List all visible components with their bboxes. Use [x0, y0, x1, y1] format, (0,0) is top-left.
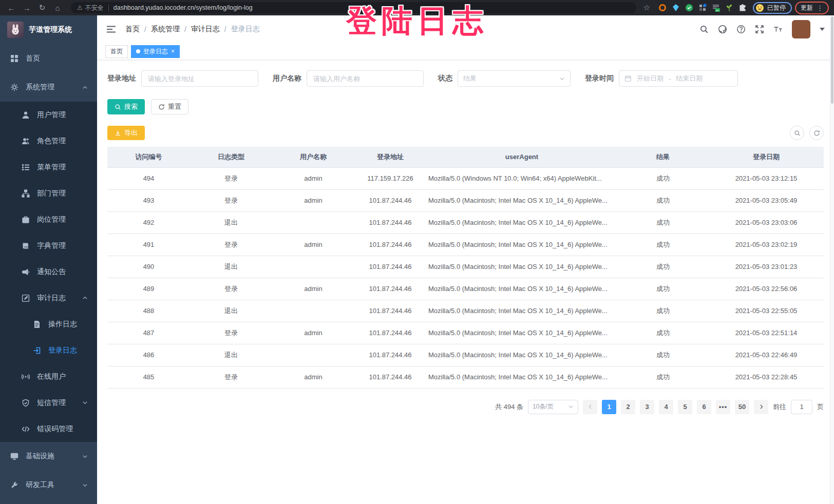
sidebar-item-label: 用户管理: [37, 110, 66, 120]
toggle-search-button[interactable]: [790, 126, 804, 140]
breadcrumb-item[interactable]: 首页: [125, 25, 140, 34]
browser-menu-icon[interactable]: ⋮: [817, 4, 823, 12]
page-button-4[interactable]: 4: [659, 400, 673, 414]
login-address-input[interactable]: [141, 70, 258, 87]
table-row[interactable]: 487登录admin101.87.244.46Mozilla/5.0 (Maci…: [107, 322, 824, 344]
table-row[interactable]: 488退出101.87.244.46Mozilla/5.0 (Macintosh…: [107, 300, 824, 322]
reset-button[interactable]: 重置: [151, 99, 188, 114]
ext-puzzle-icon[interactable]: [738, 4, 747, 12]
ext-green-icon[interactable]: [685, 4, 693, 12]
ext-list-on-icon[interactable]: on: [712, 4, 720, 12]
page-button-1[interactable]: 1: [602, 400, 616, 414]
help-icon[interactable]: [736, 25, 746, 34]
page-button-6[interactable]: 6: [697, 400, 711, 414]
github-icon[interactable]: [718, 25, 727, 34]
hamburger-icon[interactable]: [106, 25, 116, 33]
font-size-icon[interactable]: [773, 25, 783, 34]
browser-profile-chip[interactable]: 已暂停: [753, 2, 792, 14]
table-row[interactable]: 494登录admin117.159.17.226Mozilla/5.0 (Win…: [107, 167, 824, 189]
table-row[interactable]: 492退出101.87.244.46Mozilla/5.0 (Macintosh…: [107, 211, 824, 234]
sidebar-item-login-log[interactable]: 登录日志: [0, 337, 97, 363]
sidebar-item-online-user[interactable]: 在线用户: [0, 363, 97, 390]
breadcrumb-separator: /: [224, 25, 226, 33]
sidebar-item-menu-mgmt[interactable]: 菜单管理: [0, 154, 97, 180]
goto-page-input[interactable]: [791, 400, 812, 414]
page-button-50[interactable]: 50: [735, 400, 749, 414]
sidebar-item-home[interactable]: 首页: [0, 44, 97, 73]
sidebar-item-dict-mgmt[interactable]: 字典管理: [0, 232, 97, 259]
cell-agent: Mozilla/5.0 (Macintosh; Intel Mac OS X 1…: [426, 189, 617, 211]
user-avatar[interactable]: [792, 20, 810, 38]
caret-down-icon[interactable]: [820, 28, 825, 31]
ext-grid-icon[interactable]: [698, 4, 707, 12]
table-row[interactable]: 490退出101.87.244.46Mozilla/5.0 (Macintosh…: [107, 256, 824, 278]
status-select[interactable]: 结果: [458, 70, 571, 87]
login-address-label: 登录地址: [107, 74, 136, 83]
cell-ip: 101.87.244.46: [354, 300, 426, 322]
next-page-button[interactable]: [754, 400, 768, 414]
cell-id: 490: [107, 256, 190, 278]
export-button[interactable]: 导出: [107, 126, 145, 140]
tag-首页[interactable]: 首页: [105, 45, 128, 58]
page-button-5[interactable]: 5: [678, 400, 692, 414]
browser-forward-icon[interactable]: →: [21, 4, 33, 12]
table-body: 494登录admin117.159.17.226Mozilla/5.0 (Win…: [107, 167, 824, 388]
sidebar-item-dept-mgmt[interactable]: 部门管理: [0, 180, 97, 206]
refresh-table-button[interactable]: [809, 126, 824, 140]
sidebar-item-audit-log[interactable]: 审计日志: [0, 285, 97, 311]
sidebar-item-label: 在线用户: [37, 372, 66, 381]
sidebar-item-user-mgmt[interactable]: 用户管理: [0, 102, 97, 128]
cell-result: 成功: [617, 278, 709, 300]
ext-blue-icon[interactable]: [672, 4, 680, 12]
username-input[interactable]: [307, 70, 424, 87]
page-size-select[interactable]: 10条/页: [528, 400, 578, 414]
breadcrumb-item[interactable]: 审计日志: [191, 25, 220, 34]
table-row[interactable]: 489登录admin101.87.244.46Mozilla/5.0 (Maci…: [107, 278, 824, 300]
sidebar-item-sms-mgmt[interactable]: 短信管理: [0, 390, 97, 416]
cell-result: 成功: [617, 344, 709, 366]
table-row[interactable]: 485登录admin101.87.244.46Mozilla/5.0 (Maci…: [107, 366, 824, 388]
cell-type: 登录: [190, 189, 272, 211]
prev-page-button[interactable]: [583, 400, 597, 414]
sidebar-item-notice[interactable]: 通知公告: [0, 259, 97, 285]
login-time-range-picker[interactable]: 开始日期 - 结束日期: [619, 70, 738, 87]
app-title: 芋道管理系统: [29, 25, 72, 34]
page-button-3[interactable]: 3: [640, 400, 654, 414]
sidebar-item-errcode-mgmt[interactable]: 错误码管理: [0, 416, 97, 442]
fullscreen-icon[interactable]: [755, 25, 764, 34]
breadcrumb-item[interactable]: 系统管理: [151, 25, 180, 34]
page-scrollbar[interactable]: [830, 15, 834, 504]
ext-plant-icon[interactable]: [725, 4, 733, 12]
tag-close-icon[interactable]: ×: [171, 48, 175, 54]
cell-ip: 101.87.244.46: [354, 366, 426, 388]
search-button[interactable]: 搜索: [107, 99, 145, 114]
monitor-icon: [10, 452, 20, 460]
cell-ip: 117.159.17.226: [354, 167, 426, 189]
ext-orange-icon[interactable]: [658, 4, 667, 12]
sidebar-item-operate-log[interactable]: 操作日志: [0, 311, 97, 337]
table-row[interactable]: 491登录admin101.87.244.46Mozilla/5.0 (Maci…: [107, 234, 824, 256]
cell-agent: Mozilla/5.0 (Macintosh; Intel Mac OS X 1…: [426, 366, 617, 388]
sidebar-item-dev-tool[interactable]: 研发工具: [0, 471, 97, 499]
browser-back-icon[interactable]: ←: [5, 4, 17, 12]
table-row[interactable]: 486退出101.87.244.46Mozilla/5.0 (Macintosh…: [107, 344, 824, 366]
tag-label: 登录日志: [143, 47, 168, 56]
search-icon[interactable]: [699, 25, 709, 34]
sidebar-item-system-mgmt[interactable]: 系统管理: [0, 73, 97, 102]
browser-reload-icon[interactable]: ↻: [36, 3, 48, 12]
goto-label: 前往: [773, 402, 786, 412]
table-row[interactable]: 493登录admin101.87.244.46Mozilla/5.0 (Maci…: [107, 189, 824, 211]
browser-home-icon[interactable]: ⌂: [51, 4, 64, 12]
sidebar-item-role-mgmt[interactable]: 角色管理: [0, 128, 97, 154]
tag-登录日志[interactable]: 登录日志×: [131, 45, 180, 58]
scrollbar-thumb[interactable]: [831, 16, 833, 104]
bookmark-star-icon[interactable]: ☆: [643, 3, 650, 12]
page-more-button[interactable]: •••: [716, 400, 730, 414]
sidebar-item-infra[interactable]: 基础设施: [0, 442, 97, 471]
page-button-2[interactable]: 2: [621, 400, 635, 414]
sidebar-item-post-mgmt[interactable]: 岗位管理: [0, 206, 97, 232]
cell-user: admin: [272, 278, 354, 300]
security-label: 不安全: [85, 4, 104, 12]
browser-update-button[interactable]: 更新 ⋮: [795, 2, 829, 14]
url-bar[interactable]: ⚠ 不安全 dashboard.yudao.iocoder.cn/system/…: [71, 2, 636, 13]
